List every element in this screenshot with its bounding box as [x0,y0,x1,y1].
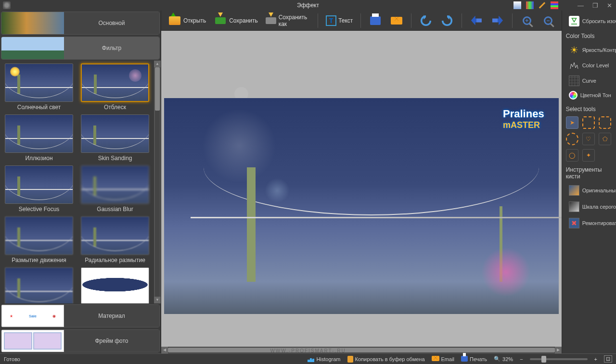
filter-item[interactable]: Gaussian Blur [81,165,149,213]
zoom-slider[interactable] [530,358,588,360]
email-button[interactable] [387,13,406,28]
rect-select-tool[interactable] [582,116,595,129]
lasso-tool[interactable]: ◯ [566,149,578,162]
curve-button[interactable]: Curve [566,74,616,88]
zoom-minus[interactable]: − [520,356,523,362]
filter-scrollbar[interactable]: ▲ ▼ [154,61,161,303]
filter-thumb [81,267,149,303]
statusbar: Готово Histogram Копировать в буфер обме… [0,353,616,364]
color-tools-heading: Color Tools [566,33,612,39]
window-controls: — ❐ ✕ [578,2,612,9]
sun-icon: ☀ [569,45,579,55]
select-tools-row: ➤ ♡ ⬠ ◯ ✦ [566,116,612,162]
brightness-button[interactable]: ☀Яркость/Контрастн... [566,43,616,57]
pointer-tool[interactable]: ➤ [566,116,578,129]
grid-icon[interactable] [551,1,558,9]
reset-image-button[interactable]: Сбросить изображ... [566,14,616,28]
curve-icon [569,75,579,86]
status-email[interactable]: Email [432,356,455,362]
tab-frame[interactable]: Фрейм фото [1,329,160,352]
pencil-icon[interactable] [539,2,545,8]
palette1-icon[interactable] [513,1,521,9]
brush-repair-icon: ✖ [569,218,579,228]
filter-thumb [81,63,149,102]
site-watermark: WWW.-PROFISMART-.RU [270,348,346,353]
flip-h-button[interactable] [467,13,486,28]
status-print[interactable]: Печать [461,356,487,363]
tab-frame-thumb [1,330,64,352]
undo-icon [419,14,433,27]
filter-thumb [5,267,73,303]
filter-item[interactable]: Иллюзион [5,114,73,162]
tab-material-thumb: ★Sale◉ [1,305,64,327]
status-histogram[interactable]: Histogram [308,356,340,362]
wand-tool[interactable]: ✦ [582,149,595,162]
zoom-out-button[interactable]: − [539,13,558,28]
zoom-in-button[interactable]: + [517,13,537,28]
undo-button[interactable] [416,13,436,28]
canvas[interactable]: Pralines mASTER [161,31,562,347]
filter-item[interactable]: Skin Sanding [81,114,149,162]
image-preview: Pralines mASTER [164,98,559,314]
tab-material[interactable]: ★Sale◉ Материал [1,304,160,327]
folder-open-icon [168,14,181,27]
zoom-plus[interactable]: + [594,356,597,362]
filter-label: Отблеск [104,104,126,111]
tab-main[interactable]: Основной [1,12,160,35]
tab-main-thumb [1,12,64,34]
text-button[interactable]: T Текст [323,14,356,27]
filter-item[interactable]: Selective Focus [5,165,73,213]
color-level-button[interactable]: Color Level [566,59,616,72]
select-tools-heading: Select tools [566,106,612,113]
filter-item[interactable]: Зум размытия [5,267,73,303]
titlebar: Эффект — ❐ ✕ [0,0,616,11]
scroll-right-arrow[interactable]: ▶ [555,347,562,353]
flip-horizontal-icon [470,14,483,27]
minimize-button[interactable]: — [578,2,584,9]
scroll-left-arrow[interactable]: ◀ [161,347,168,353]
filter-item[interactable]: Отблеск [81,63,149,111]
filter-item[interactable]: Радиальное размытие [81,216,149,264]
levels-icon [569,60,579,71]
color-tone-button[interactable]: Цветной Тон [566,89,616,101]
redo-button[interactable] [437,13,457,28]
h-scroll-thumb[interactable] [168,348,555,352]
printer-small-icon [461,356,468,363]
filter-label: Размытие движения [12,257,66,264]
polygon-select-tool[interactable]: ⬠ [599,133,611,145]
zoom-handle[interactable] [541,356,546,363]
open-button[interactable]: Открыть [165,13,209,28]
print-button[interactable] [366,13,385,28]
filter-item[interactable]: Размытие движения [5,216,73,264]
save-as-button[interactable]: Сохранить как [263,13,313,28]
brush-grayscale[interactable]: Шкала серого [566,200,616,213]
close-button[interactable]: ✕ [607,2,612,9]
scroll-down-arrow[interactable]: ▼ [154,297,161,303]
filter-item[interactable]: Лента [81,267,149,303]
zoom-out-icon: − [541,14,555,27]
palette2-icon[interactable] [526,1,534,9]
brush-original[interactable]: Оригинальный [566,184,616,197]
status-zoom[interactable]: 🔍32% [494,356,513,362]
maximize-button[interactable]: ❐ [592,2,598,9]
filter-item[interactable]: Солнечный свет [5,63,73,111]
filter-label: Selective Focus [19,206,60,213]
rounded-select-tool[interactable] [599,116,611,129]
status-clipboard[interactable]: Копировать в буфер обмена [347,356,425,363]
zoom-fit[interactable]: ⊡ [604,355,612,363]
image-watermark: Pralines mASTER [503,108,544,130]
scroll-thumb[interactable] [155,67,160,111]
filter-thumb [5,63,73,102]
tab-filter[interactable]: Фильтр [1,37,160,60]
save-button[interactable]: Сохранить [211,13,261,28]
zoom-small-icon: 🔍 [494,356,500,362]
scroll-up-arrow[interactable]: ▲ [154,61,161,67]
filter-label: Радиальное размытие [85,257,145,264]
brush-original-icon [569,185,579,196]
heart-select-tool[interactable]: ♡ [582,133,595,145]
flip-v-button[interactable] [488,13,507,28]
brush-repair[interactable]: ✖Ремонтировать [566,216,616,230]
ellipse-select-tool[interactable] [566,133,578,145]
center-area: Открыть Сохранить Сохранить как T Текст [161,11,562,353]
horizontal-scrollbar[interactable]: ◀ ▶ [161,347,562,353]
